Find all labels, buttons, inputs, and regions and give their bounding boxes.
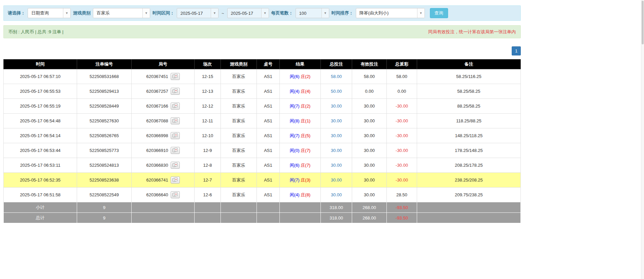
player-result: 闲(7) (290, 177, 300, 183)
round-cell: 620366741 (132, 173, 195, 188)
cards-icon (172, 89, 178, 94)
scrollbar-thumb[interactable] (642, 1, 644, 44)
column-header-3: 场次 (195, 59, 221, 69)
bet-id-cell: 522508524813 (77, 158, 132, 173)
total-bet-link[interactable]: 30.00 (321, 99, 352, 114)
page-size-select[interactable]: 100 ▼ (296, 8, 329, 18)
sort-order-select[interactable]: 降幂(由大到小) ▼ (356, 8, 425, 18)
page-button-1[interactable]: 1 (512, 46, 521, 55)
footer-total-bet-cell: 318.00 (321, 202, 352, 213)
round-wrap: 620367257 (146, 88, 179, 95)
page-size-label: 每页笔数： (271, 10, 293, 16)
table-no-cell: AS1 (257, 84, 280, 99)
view-road-button[interactable] (171, 191, 180, 198)
view-road-button[interactable] (171, 88, 180, 95)
round-cell: 620366640 (132, 188, 195, 202)
footer-payout-cell: -93.50 (387, 213, 417, 223)
time-cell: 2025-05-17 06:51:58 (4, 188, 77, 202)
view-road-button[interactable] (171, 117, 180, 124)
view-road-button[interactable] (171, 132, 180, 139)
vertical-scrollbar[interactable] (641, 0, 644, 279)
session-cell: 12-7 (195, 173, 221, 188)
cards-icon (172, 148, 178, 153)
round-wrap: 620366998 (146, 132, 179, 139)
total-bet-link[interactable]: 30.00 (321, 143, 352, 158)
result-cell: 闲(4) 庄(8) (280, 188, 321, 202)
footer-remark-cell (417, 213, 521, 223)
cards-icon (172, 163, 178, 168)
valid-bet-cell: 30.00 (352, 158, 387, 173)
sort-order-value: 降幂(由大到小) (356, 10, 417, 16)
footer-empty-cell (132, 213, 195, 223)
game-type-cell: 百家乐 (221, 158, 257, 173)
payout-cell: 28.50 (387, 188, 417, 202)
player-result: 闲(4) (290, 192, 300, 197)
view-road-button[interactable] (171, 162, 180, 169)
date-to-select[interactable]: 2025-05-17 ▼ (227, 8, 269, 18)
session-cell: 12-15 (195, 69, 221, 84)
chevron-down-icon: ▼ (261, 8, 269, 18)
valid-bet-cell: 30.00 (352, 188, 387, 202)
footer-total-bet-cell: 318.00 (321, 213, 352, 223)
game-type-cell: 百家乐 (221, 128, 257, 143)
column-header-2: 局号 (132, 59, 195, 69)
total-bet-link[interactable]: 50.00 (321, 84, 352, 99)
cards-icon (172, 133, 178, 138)
footer-empty-cell (257, 213, 280, 223)
range-separator: ~ (221, 11, 225, 16)
payout-cell: -30.00 (387, 128, 417, 143)
bet-id-cell: 522508526765 (77, 128, 132, 143)
valid-bet-cell: 30.00 (352, 173, 387, 188)
round-number: 620366741 (146, 177, 168, 183)
round-number: 620367451 (146, 74, 168, 79)
round-cell: 620366830 (132, 158, 195, 173)
remark-cell: 178.25/148.25 (417, 143, 521, 158)
time-cell: 2025-05-17 06:54:14 (4, 128, 77, 143)
table-row: 2025-05-17 06:52:35522508523638620366741… (4, 173, 521, 188)
session-cell: 12-8 (195, 158, 221, 173)
view-road-button[interactable] (171, 147, 180, 154)
table-header-row: 时间注单编号局号场次游戏类别桌号结果总投注有效投注总派彩备注 (4, 59, 521, 69)
total-bet-link[interactable]: 30.00 (321, 128, 352, 143)
session-cell: 12-12 (195, 99, 221, 114)
result-cell: 闲(0) 庄(7) (280, 143, 321, 158)
game-type-cell: 百家乐 (221, 173, 257, 188)
valid-bet-cell: 30.00 (352, 114, 387, 128)
payout-cell: 0.00 (387, 84, 417, 99)
payout-cell: -30.00 (387, 173, 417, 188)
game-type-label: 游戏类别 (73, 10, 91, 16)
round-cell: 620366998 (132, 128, 195, 143)
cards-icon (172, 118, 178, 124)
table-no-cell: AS1 (257, 158, 280, 173)
game-type-cell: 百家乐 (221, 69, 257, 84)
column-header-1: 注单编号 (77, 59, 132, 69)
total-bet-link[interactable]: 30.00 (321, 114, 352, 128)
valid-bet-notice: 同局有效投注，统一计算在该局第一张注单内 (428, 29, 516, 35)
subtotal-row: 小计9318.00268.00-93.50 (4, 202, 521, 213)
cards-icon (172, 74, 178, 79)
table-row: 2025-05-17 06:53:44522508525773620366910… (4, 143, 521, 158)
view-road-button[interactable] (171, 176, 180, 184)
date-from-select[interactable]: 2025-05-17 ▼ (177, 8, 218, 18)
game-type-select[interactable]: 百家乐 ▼ (93, 8, 150, 18)
player-result: 闲(6) (290, 74, 300, 79)
search-button[interactable]: 查询 (430, 8, 448, 18)
total-bet-link[interactable]: 30.00 (321, 173, 352, 188)
footer-payout-cell: -93.50 (387, 202, 417, 213)
remark-cell: 148.25/118.25 (417, 128, 521, 143)
total-bet-link[interactable]: 58.00 (321, 69, 352, 84)
valid-bet-cell: 30.00 (352, 128, 387, 143)
total-bet-link[interactable]: 30.00 (321, 188, 352, 202)
column-header-9: 总派彩 (387, 59, 417, 69)
table-no-cell: AS1 (257, 173, 280, 188)
total-bet-link[interactable]: 30.00 (321, 158, 352, 173)
query-type-select[interactable]: 日期查询 ▼ (28, 8, 71, 18)
column-header-5: 桌号 (257, 59, 280, 69)
round-number: 620367257 (146, 89, 168, 94)
payout-cell: -30.00 (387, 99, 417, 114)
bet-id-cell: 522508531668 (77, 69, 132, 84)
banker-result: 庄(7) (301, 148, 310, 153)
filter-bar: 请选择： 日期查询 ▼ 游戏类别 百家乐 ▼ 时间区间： 2025-05-17 … (3, 5, 521, 21)
view-road-button[interactable] (171, 103, 180, 110)
view-road-button[interactable] (171, 73, 180, 80)
